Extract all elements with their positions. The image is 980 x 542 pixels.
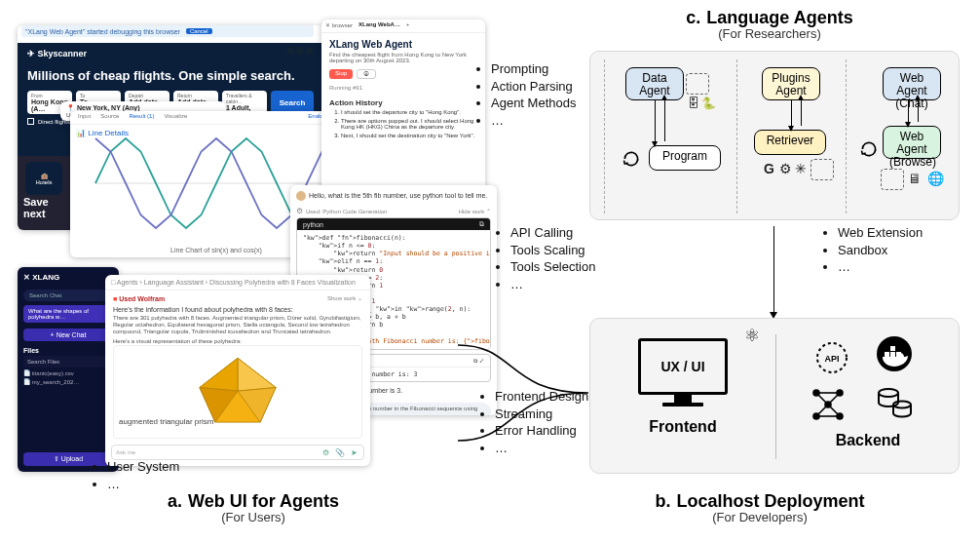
tab-agent[interactable]: XLang WebA… xyxy=(358,21,400,30)
tab-browser[interactable]: ✕ browser xyxy=(325,21,353,30)
save-next-teaser: Savenext xyxy=(23,197,49,219)
xlang-logo: XLANG xyxy=(18,267,119,288)
agent-desc: Find the cheapest flight from Hong Kong … xyxy=(321,52,485,69)
chrome-icon: 🌐 xyxy=(927,171,944,186)
bullets-webext: Web Extension Sandbox … xyxy=(820,224,947,276)
loop-icon xyxy=(622,149,641,169)
checkbox-icon[interactable] xyxy=(27,118,34,125)
svg-text:API: API xyxy=(824,354,839,364)
tab-result[interactable]: Result (1) xyxy=(129,113,154,122)
tab-input[interactable]: Input xyxy=(78,113,91,122)
copy-code-button[interactable]: ⧉ xyxy=(479,220,484,228)
database-stack-icon xyxy=(875,383,914,422)
loop-icon xyxy=(859,139,879,159)
arrow-c-to-b xyxy=(773,226,774,312)
panel-c-language-agents: DataAgent PluginsAgent WebAgent(Chat) We… xyxy=(589,51,960,220)
program-box: Program xyxy=(649,145,721,171)
plugins-agent-box: PluginsAgent xyxy=(762,67,820,100)
file-item[interactable]: my_search_202… xyxy=(23,378,113,385)
sky-window-dots xyxy=(286,47,314,55)
action-step: Next, I should set the destination city … xyxy=(341,133,477,138)
debug-banner-text: "XLang Web Agent" started debugging this… xyxy=(25,28,180,35)
xlang-sidebar: XLANG Search Chat What are the shapes of… xyxy=(18,267,119,472)
search-chat-input[interactable]: Search Chat xyxy=(23,290,113,301)
svg-line-21 xyxy=(828,405,840,416)
tab-source[interactable]: Source xyxy=(100,113,119,122)
action-step: There are options popped out. I should s… xyxy=(341,118,477,130)
poly-caption: augmented triangular prism xyxy=(119,417,213,426)
dashed-separator xyxy=(736,59,737,213)
breadcrumb: □ Agents › Language Assistant › Discussi… xyxy=(105,275,370,290)
arrow-program-to-data xyxy=(664,100,665,141)
gear-icon: ⚙ xyxy=(779,161,792,176)
action-history-title: Action History xyxy=(321,95,485,109)
docker-icon xyxy=(875,334,914,373)
code-lang-label: python xyxy=(303,221,323,228)
svg-line-20 xyxy=(816,405,828,416)
action-step: I should set the departure city to "Hong… xyxy=(341,109,477,115)
network-icon xyxy=(809,385,848,424)
backend-half: API Backend xyxy=(775,327,961,467)
retriever-box: Retriever xyxy=(754,130,826,155)
tab-add[interactable]: + xyxy=(406,21,410,30)
arrow-webchat-to-webbrowse xyxy=(908,100,909,122)
curly-connector xyxy=(458,339,588,446)
svg-rect-10 xyxy=(890,352,895,357)
show-work-toggle[interactable]: Show work ⌄ xyxy=(327,294,362,301)
tab-visualize[interactable]: Visualize xyxy=(164,113,187,122)
agent-tabs: ✕ browser XLang WebA… + xyxy=(321,19,485,33)
svg-marker-2 xyxy=(238,358,276,391)
figure-root: "XLang Web Agent" started debugging this… xyxy=(0,0,980,542)
hide-work-toggle[interactable]: Hide work ⌃ xyxy=(459,208,491,214)
hotels-icon[interactable]: 🏨Hotels xyxy=(25,162,62,195)
debug-cancel-button[interactable]: Cancel xyxy=(186,28,212,34)
frontend-half: ⚛ UX / UI Frontend xyxy=(590,327,775,467)
debug-banner: "XLang Web Agent" started debugging this… xyxy=(21,25,314,37)
backend-icons: API xyxy=(785,334,951,428)
monitor-icon: UX / UI xyxy=(638,338,728,412)
label-section-c: c.Language Agents (For Researchers) xyxy=(623,8,916,41)
chat-history-item[interactable]: What are the shapes of polyhedra w… xyxy=(23,305,113,323)
new-chat-button[interactable]: + New Chat xyxy=(23,329,113,341)
gear-icon: ⚙ xyxy=(296,207,303,215)
web-agent-browse-box: WebAgent(Browse) xyxy=(883,126,941,159)
backend-caption: Backend xyxy=(775,432,961,449)
api-gear-icon: API xyxy=(812,338,851,377)
panel-b-localhost: ⚛ UX / UI Frontend API xyxy=(589,318,960,474)
user-message: Hello, what is the 5th fib number, use p… xyxy=(290,185,497,205)
svg-line-19 xyxy=(828,393,840,405)
tool-slot xyxy=(686,73,709,95)
svg-line-18 xyxy=(816,393,828,405)
atom-icon: ⚛ xyxy=(744,325,760,346)
tool-slot xyxy=(810,159,834,180)
dashed-separator xyxy=(604,59,605,213)
search-files-input[interactable]: Search Files xyxy=(23,356,113,368)
svg-rect-12 xyxy=(890,346,895,351)
tool-wolfram-label: Used Wolfram xyxy=(113,295,165,302)
svg-point-24 xyxy=(879,389,898,397)
tool-used-label: ⚙Used: Python Code Generation xyxy=(296,207,387,215)
panel-a-webui: "XLang Web Agent" started debugging this… xyxy=(18,10,477,458)
dashed-separator xyxy=(846,59,847,213)
bullets-user-system: User System … xyxy=(90,458,226,492)
bullets-api: API Calling Tools Scaling Tools Selectio… xyxy=(493,224,600,292)
tool-slot xyxy=(881,169,904,190)
sky-headline: Millions of cheap flights. One simple se… xyxy=(18,64,323,91)
poly-lead: Here's the information I found about pol… xyxy=(113,306,362,313)
action-history-list: I should set the departure city to "Hong… xyxy=(321,109,485,138)
chat-input-icons[interactable]: ⚙ 📎 ➤ xyxy=(322,448,359,457)
arrow-plugins-to-retriever xyxy=(791,100,792,126)
label-section-b: b.Localhost Deployment (For Developers) xyxy=(594,491,925,524)
file-item[interactable]: titanic(easy).csv xyxy=(23,369,113,376)
poly-body: There are 301 polyhedra with 8 faces. Au… xyxy=(113,315,362,336)
svg-marker-3 xyxy=(200,358,238,391)
monitor-icon: 🖥 xyxy=(908,171,922,186)
user-avatar-icon xyxy=(296,191,306,201)
record-button[interactable]: ⦿ xyxy=(357,69,376,79)
stop-button[interactable]: Stop xyxy=(329,69,353,79)
sky-brand: Skyscanner xyxy=(18,43,323,64)
label-section-a: a.Web UI for Agents (For Users) xyxy=(127,491,380,524)
web-agent-chat-box: WebAgent(Chat) xyxy=(883,67,941,100)
poly-vizlead: Here's a visual representation of these … xyxy=(113,338,362,345)
agent-title: XLang Web Agent xyxy=(321,33,485,52)
